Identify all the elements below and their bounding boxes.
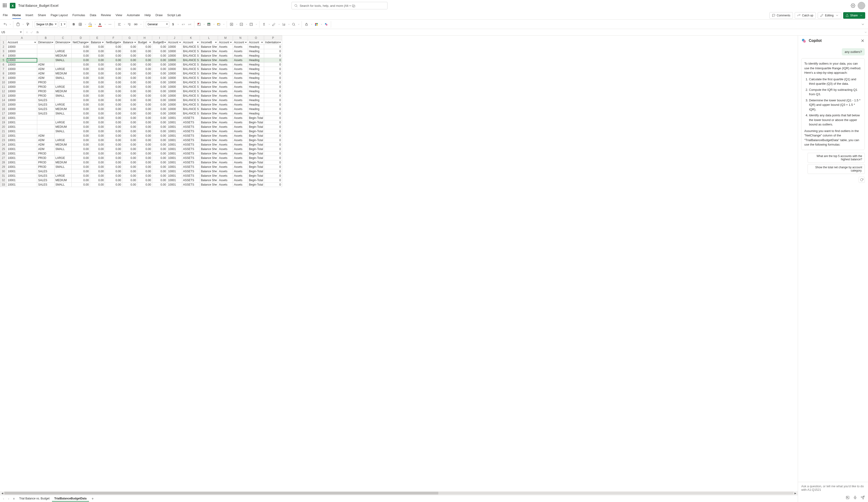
row-header[interactable]: 5 bbox=[0, 58, 7, 62]
cell[interactable]: Assets bbox=[233, 62, 248, 67]
cell[interactable]: MEDIUM bbox=[54, 89, 72, 94]
cell[interactable]: 0.00 bbox=[105, 103, 122, 107]
cell[interactable]: 10001 bbox=[167, 138, 182, 143]
chevron-down-icon[interactable] bbox=[124, 23, 125, 25]
row-header[interactable]: 6 bbox=[0, 62, 7, 67]
cell[interactable]: 0.00 bbox=[72, 103, 90, 107]
row-header[interactable]: 19 bbox=[0, 120, 7, 125]
cell[interactable]: 10000 bbox=[167, 112, 182, 116]
cell[interactable]: ADM bbox=[37, 62, 54, 67]
cell[interactable]: 0.00 bbox=[90, 129, 105, 134]
cell[interactable]: Assets bbox=[218, 62, 233, 67]
cell[interactable]: Heading bbox=[248, 71, 264, 76]
cell[interactable]: Balance She bbox=[200, 85, 218, 89]
cell[interactable]: PROD bbox=[37, 156, 54, 160]
cell[interactable]: SMALL bbox=[54, 129, 72, 134]
app-launcher-icon[interactable] bbox=[3, 3, 7, 8]
cell[interactable]: 10001 bbox=[7, 169, 37, 174]
cell[interactable]: ASSETS bbox=[182, 125, 200, 129]
cell[interactable]: 0.00 bbox=[122, 116, 137, 120]
cell[interactable]: 0.00 bbox=[152, 89, 167, 94]
cell[interactable]: Assets bbox=[233, 129, 248, 134]
cell[interactable]: BALANCE S bbox=[182, 94, 200, 98]
tab-formulas[interactable]: Formulas bbox=[72, 12, 85, 19]
cell[interactable]: Assets bbox=[218, 71, 233, 76]
cell[interactable]: 0.00 bbox=[90, 58, 105, 62]
cell[interactable]: 0.00 bbox=[152, 182, 167, 187]
cell[interactable]: 0.00 bbox=[72, 178, 90, 182]
cell[interactable]: 0.00 bbox=[72, 54, 90, 58]
cell[interactable]: Balance She bbox=[200, 156, 218, 160]
cell[interactable]: 0.00 bbox=[152, 151, 167, 156]
cell[interactable]: ASSETS bbox=[182, 165, 200, 169]
cell[interactable]: 0.00 bbox=[72, 85, 90, 89]
cell[interactable]: ASSETS bbox=[182, 120, 200, 125]
cell[interactable]: 0.00 bbox=[122, 71, 137, 76]
cell[interactable]: 0.00 bbox=[137, 151, 152, 156]
cell[interactable]: 10000 bbox=[167, 94, 182, 98]
cell[interactable]: 0.00 bbox=[137, 178, 152, 182]
cell[interactable]: PROD bbox=[37, 165, 54, 169]
cell[interactable]: LARGE bbox=[54, 156, 72, 160]
table-header-cell[interactable]: NetBudget bbox=[105, 40, 122, 45]
cell[interactable]: 0 bbox=[264, 125, 282, 129]
cell[interactable]: 0 bbox=[264, 156, 282, 160]
wrap-text-button[interactable] bbox=[126, 22, 132, 27]
cell[interactable]: 0.00 bbox=[137, 129, 152, 134]
cell[interactable]: 10000 bbox=[167, 85, 182, 89]
cell[interactable]: 10001 bbox=[167, 165, 182, 169]
cell[interactable]: 0 bbox=[264, 143, 282, 147]
select-all-corner[interactable] bbox=[0, 36, 7, 40]
cell[interactable]: 0.00 bbox=[137, 182, 152, 187]
row-header[interactable]: 27 bbox=[0, 156, 7, 160]
user-avatar[interactable] bbox=[858, 2, 865, 9]
cell[interactable]: Assets bbox=[233, 143, 248, 147]
row-header[interactable]: 25 bbox=[0, 147, 7, 151]
chevron-down-icon[interactable] bbox=[104, 23, 106, 25]
table-header-cell[interactable]: Account bbox=[218, 40, 233, 45]
refresh-suggestions-button[interactable] bbox=[859, 177, 865, 183]
cell[interactable]: 0.00 bbox=[72, 169, 90, 174]
cell[interactable]: Begin-Total bbox=[248, 143, 264, 147]
row-header[interactable]: 2 bbox=[0, 45, 7, 49]
cell[interactable]: SALES bbox=[37, 174, 54, 178]
row-header[interactable]: 33 bbox=[0, 182, 7, 187]
cell[interactable]: 10001 bbox=[167, 143, 182, 147]
chevron-down-icon[interactable] bbox=[321, 23, 322, 25]
conditional-format-button[interactable] bbox=[196, 22, 202, 27]
cell[interactable]: 0.00 bbox=[72, 80, 90, 85]
cell[interactable]: 0.00 bbox=[137, 169, 152, 174]
cell[interactable]: 0.00 bbox=[137, 98, 152, 103]
cell[interactable]: 0.00 bbox=[72, 67, 90, 71]
cell[interactable]: ASSETS bbox=[182, 116, 200, 120]
font-color-button[interactable]: A bbox=[97, 22, 103, 27]
close-copilot-button[interactable] bbox=[860, 39, 865, 43]
cell[interactable]: Assets bbox=[233, 45, 248, 49]
cell[interactable]: Balance She bbox=[200, 174, 218, 178]
cell[interactable]: 0.00 bbox=[122, 58, 137, 62]
chevron-down-icon[interactable] bbox=[84, 23, 86, 25]
row-header[interactable]: 23 bbox=[0, 138, 7, 143]
cell[interactable]: 0.00 bbox=[72, 160, 90, 165]
cell[interactable]: 0.00 bbox=[122, 94, 137, 98]
cell[interactable]: Heading bbox=[248, 67, 264, 71]
cell[interactable]: 10001 bbox=[7, 143, 37, 147]
cancel-formula-icon[interactable] bbox=[25, 31, 29, 34]
cell[interactable]: 0.00 bbox=[72, 174, 90, 178]
column-header-P[interactable]: P bbox=[264, 36, 282, 40]
cell[interactable]: 0.00 bbox=[90, 89, 105, 94]
cell[interactable]: SALES bbox=[37, 112, 54, 116]
cell[interactable]: 0.00 bbox=[105, 112, 122, 116]
cell[interactable]: 0.00 bbox=[152, 134, 167, 138]
cell[interactable]: ASSETS bbox=[182, 156, 200, 160]
cell[interactable]: 10001 bbox=[167, 169, 182, 174]
cell[interactable]: Heading bbox=[248, 107, 264, 112]
row-header[interactable]: 13 bbox=[0, 94, 7, 98]
cell[interactable]: Assets bbox=[233, 80, 248, 85]
cell[interactable]: 10001 bbox=[167, 120, 182, 125]
cell[interactable]: 0 bbox=[264, 89, 282, 94]
column-header-H[interactable]: H bbox=[137, 36, 152, 40]
mic-icon[interactable] bbox=[853, 495, 857, 500]
cell[interactable]: 10001 bbox=[167, 125, 182, 129]
cell[interactable]: ASSETS bbox=[182, 143, 200, 147]
